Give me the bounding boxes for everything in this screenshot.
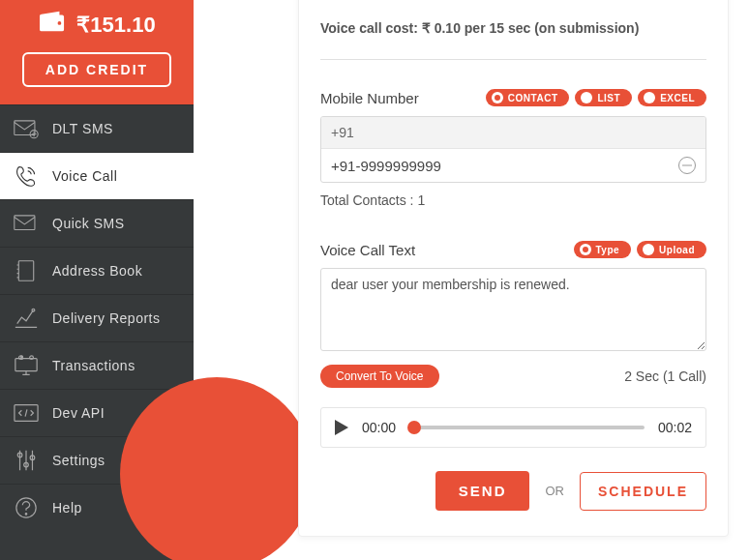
sidebar-item-voice-call[interactable]: Voice Call bbox=[0, 152, 194, 199]
sidebar-item-label: Settings bbox=[52, 453, 105, 468]
pill-type[interactable]: Type bbox=[574, 241, 632, 258]
svg-point-0 bbox=[58, 21, 62, 25]
svg-rect-4 bbox=[18, 261, 33, 281]
svg-text:$: $ bbox=[20, 357, 22, 361]
sidebar-item-label: Dev API bbox=[52, 405, 105, 421]
audio-player: 00:00 00:02 bbox=[320, 407, 706, 448]
or-label: OR bbox=[545, 484, 564, 498]
play-icon[interactable] bbox=[335, 420, 348, 435]
divider bbox=[320, 59, 706, 60]
help-icon bbox=[14, 496, 39, 519]
pill-list[interactable]: LIST bbox=[575, 89, 632, 106]
total-contacts: Total Contacts : 1 bbox=[320, 192, 706, 208]
contact-number: +91-9999999999 bbox=[331, 158, 441, 174]
phone-icon bbox=[14, 164, 39, 188]
book-icon bbox=[14, 259, 39, 282]
sidebar-item-label: Voice Call bbox=[52, 168, 117, 184]
mobile-number-label: Mobile Number bbox=[320, 90, 419, 106]
monitor-money-icon: $ bbox=[14, 354, 39, 377]
background-curve bbox=[120, 377, 314, 560]
sidebar-item-dlt-sms[interactable]: DLT SMS bbox=[0, 104, 194, 152]
sidebar-item-label: Delivery Reports bbox=[52, 310, 160, 326]
pill-contact[interactable]: CONTACT bbox=[486, 89, 570, 106]
voice-duration: 2 Sec (1 Call) bbox=[624, 368, 706, 384]
envelope-plus-icon bbox=[14, 117, 39, 140]
svg-rect-1 bbox=[15, 121, 35, 135]
code-icon bbox=[14, 401, 39, 425]
main-area: Voice call cost: ₹ 0.10 per 15 sec (on s… bbox=[194, 0, 750, 560]
chart-icon bbox=[14, 307, 39, 330]
voice-text-input[interactable] bbox=[320, 268, 706, 351]
svg-point-8 bbox=[30, 356, 34, 360]
sidebar-item-transactions[interactable]: $ Transactions bbox=[0, 341, 194, 389]
wallet-panel: ₹151.10 ADD CREDIT bbox=[0, 0, 194, 104]
player-track[interactable] bbox=[409, 426, 645, 429]
mobile-number-box: +91 +91-9999999999 bbox=[320, 116, 706, 183]
add-credit-button[interactable]: ADD CREDIT bbox=[22, 52, 171, 87]
sidebar-item-label: Address Book bbox=[52, 263, 142, 279]
wallet-icon bbox=[38, 10, 67, 41]
pill-upload[interactable]: Upload bbox=[637, 241, 706, 258]
radio-dot-icon bbox=[580, 244, 591, 255]
sidebar-item-label: Transactions bbox=[52, 358, 135, 373]
sidebar-item-address-book[interactable]: Address Book bbox=[0, 247, 194, 294]
sidebar-item-label: DLT SMS bbox=[52, 121, 113, 136]
player-thumb[interactable] bbox=[407, 421, 421, 434]
voice-text-label: Voice Call Text bbox=[320, 242, 415, 258]
schedule-button[interactable]: SCHEDULE bbox=[580, 472, 706, 511]
envelope-icon bbox=[14, 212, 39, 235]
remove-contact-icon[interactable] bbox=[678, 157, 696, 174]
radio-dot-icon bbox=[492, 92, 503, 103]
send-button[interactable]: SEND bbox=[435, 471, 530, 511]
cost-line: Voice call cost: ₹ 0.10 per 15 sec (on s… bbox=[320, 0, 706, 59]
country-prefix[interactable]: +91 bbox=[321, 117, 705, 149]
sidebar-item-delivery-reports[interactable]: Delivery Reports bbox=[0, 294, 194, 341]
svg-rect-3 bbox=[15, 216, 35, 230]
svg-point-15 bbox=[25, 514, 26, 515]
sidebar-item-label: Help bbox=[52, 500, 82, 516]
radio-dot-icon bbox=[643, 244, 654, 255]
voice-call-card: Voice call cost: ₹ 0.10 per 15 sec (on s… bbox=[298, 0, 729, 537]
player-total-time: 00:02 bbox=[658, 420, 692, 435]
player-current-time: 00:00 bbox=[362, 420, 396, 435]
wallet-balance: ₹151.10 bbox=[76, 13, 155, 38]
svg-rect-6 bbox=[15, 359, 37, 371]
radio-dot-icon bbox=[581, 92, 592, 103]
radio-dot-icon bbox=[644, 92, 655, 103]
sidebar-item-label: Quick SMS bbox=[52, 216, 125, 231]
sidebar-item-quick-sms[interactable]: Quick SMS bbox=[0, 199, 194, 247]
pill-excel[interactable]: EXCEL bbox=[638, 89, 706, 106]
contact-row: +91-9999999999 bbox=[321, 149, 705, 182]
sliders-icon bbox=[14, 449, 39, 472]
convert-to-voice-button[interactable]: Convert To Voice bbox=[320, 365, 439, 388]
svg-point-5 bbox=[32, 309, 35, 311]
